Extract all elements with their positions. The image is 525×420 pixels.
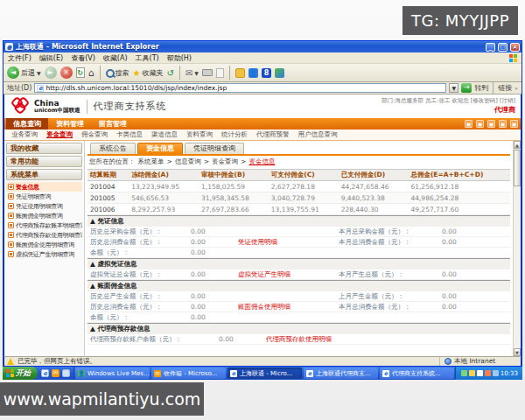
scroll-up-icon[interactable]: ▲ [514,141,521,149]
sidebar-item-funds-info[interactable]: 资金信息 [6,182,82,192]
msn-icon[interactable] [275,68,284,78]
address-input[interactable]: e http://dls.sh.unicom.local:15010/dls/j… [34,83,446,93]
taskbar-window-shanghai-unicom[interactable]: e 上海联通 - Micro... [228,368,302,379]
nav-tool-icon-1[interactable]: ▣ [465,120,472,128]
vertical-scrollbar[interactable]: ▲ ▼ [513,141,521,356]
messenger-icon[interactable]: 👤 [248,68,258,78]
breadcrumb-item[interactable]: 系统菜单 [138,158,164,166]
sidebar-item-book-commission[interactable]: 账面佣金明细查询 [6,211,82,220]
section-title[interactable]: ▲ 虚拟凭证信息 [88,259,510,270]
edit-button[interactable] [216,68,224,78]
taskbar-window-agent-system[interactable]: e 代理商支持系统... [380,368,454,379]
back-dropdown-icon[interactable]: ▼ [37,70,41,76]
sidebar-section-menu[interactable]: 系统菜单 [6,169,82,180]
go-arrow-icon[interactable]: → [461,83,472,93]
subnav-item-5[interactable]: 渠道信息 [151,130,178,139]
tab-system-notice[interactable]: 系统公告 [90,143,136,154]
book-usage-link[interactable]: 账面佣金使用明细 [238,303,339,312]
virtual-voucher-link[interactable]: 虚拟凭证产生明细 [238,270,339,279]
subnav-item-4[interactable]: 卡类信息 [116,130,143,139]
print-button[interactable] [202,69,213,76]
cell-value: 3,040,728.79 [269,192,339,204]
close-button[interactable]: × [510,43,520,52]
tray-icon-1[interactable] [461,370,467,376]
scroll-down-icon[interactable]: ▼ [514,348,521,356]
minimize-button[interactable]: _ [486,43,495,52]
nav-message-manage[interactable]: 留言管理 [92,118,134,130]
taskbar-window-agent-portal[interactable]: e 上海联通代理商支... [304,368,378,379]
subnav-item-2[interactable]: 资金查询 [46,130,73,139]
unicom-logo: China unicom中国联通 [10,97,80,116]
subnav-item-9[interactable]: 用户信息查询 [298,130,338,139]
subnav-item-7[interactable]: 统计分析 [221,130,248,139]
zone-label: 本地 Intranet [454,357,495,366]
history-button[interactable]: ↺ [167,68,174,78]
stop-button[interactable]: × [60,66,73,79]
folder-icon[interactable] [235,68,245,78]
menu-item-icon [8,203,14,209]
nav-data-manage[interactable]: 资料管理 [49,118,91,130]
menu-file[interactable]: 文件(F) [8,53,32,63]
voucher-usage-link[interactable]: 凭证使用明细 [238,238,339,247]
warning-icon [7,358,14,365]
sidebar-item-voucher-usage[interactable]: 凭证使用明细查询 [6,201,82,211]
scroll-thumb[interactable] [514,150,521,186]
tab-voucher-detail[interactable]: 凭证明细查询 [185,143,244,154]
bluetooth-icon[interactable]: 8 [262,68,271,78]
section-title[interactable]: ▲ 代理商预存款信息 [88,324,510,334]
home-button[interactable]: ⌂ [88,67,94,79]
nav-tool-icon-3[interactable]: ▣ [487,120,495,128]
links-label[interactable]: 链接 [498,83,512,93]
menu-favorites[interactable]: 收藏(A) [103,53,128,63]
back-icon: ◄ [7,66,19,79]
section-title[interactable]: ▲ 凭证信息 [88,216,510,227]
sidebar-section-common[interactable]: 常用功能 [6,156,82,167]
nav-tool-icon-2[interactable]: ▣ [476,120,484,128]
sidebar-item-voucher-detail[interactable]: 凭证明细查询 [6,192,82,201]
nav-tool-icon-5[interactable]: ▣ [510,120,518,128]
quicklaunch-ie-icon[interactable]: e [41,369,49,377]
links-chevron-icon[interactable]: » [514,85,518,91]
address-dropdown-icon[interactable]: ▼ [449,83,458,93]
menu-view[interactable]: 查看(V) [71,53,95,63]
favorites-button[interactable]: ★ 收藏夹 [133,68,164,78]
sidebar-item-book-usage[interactable]: 账面佣金使用明细查询 [6,240,82,249]
mail-button[interactable]: ✉ ▼ [186,68,199,78]
mail-dropdown-icon[interactable]: ▼ [194,70,199,76]
subnav-item-1[interactable]: 业务查询 [11,130,38,139]
back-button[interactable]: ◄ 后退 ▼ [7,66,41,79]
forward-button[interactable]: ► [45,66,57,79]
subnav-item-3[interactable]: 佣金查询 [81,130,108,139]
tray-icon-5[interactable] [493,370,499,376]
sidebar-item-prepay-usage[interactable]: 代理商预存款使用明细查询 [6,230,82,240]
nav-tool-icon-4[interactable]: ▣ [499,120,507,128]
user-info[interactable]: 部门:海总服务部 员工:张工 欢迎您 [修改密码] [注销] [382,97,515,106]
quicklaunch-mail-icon[interactable]: ✉ [52,369,60,377]
sidebar-section-favorites[interactable]: 我的收藏 [6,143,82,154]
tray-icon-2[interactable] [469,370,475,376]
quicklaunch-desktop-icon[interactable] [62,369,70,377]
go-label[interactable]: 转到 [474,83,488,93]
breadcrumb-item[interactable]: 资金查询 [212,158,238,166]
prepay-usage-link[interactable]: 代理商预存款使用明细 [266,335,510,344]
taskbar-window-inbox[interactable]: ✉ 收件箱 - Microso... [151,368,226,379]
tray-icon-4[interactable] [485,370,491,376]
search-button[interactable]: 搜索 [106,68,130,78]
menu-edit[interactable]: 编辑(E) [39,53,63,63]
tray-icon-3[interactable] [477,370,483,376]
sidebar-item-virtual-voucher[interactable]: 虚拟凭证产生明细查询 [6,249,82,259]
subnav-item-6[interactable]: 资料查询 [186,130,213,139]
subnav-item-8[interactable]: 代理商预警 [256,130,290,139]
menu-tools[interactable]: 工具(T) [136,53,159,63]
sidebar-item-prepay-account[interactable]: 代理商预存款账本明细查询 [6,220,82,230]
tab-funds-info[interactable]: 资金信息 [137,143,183,154]
taskbar-window-live-messenger[interactable]: 👤 Windows Live Mes... [75,368,150,379]
start-button[interactable]: 开始 [3,367,38,380]
section-title[interactable]: ▲ 账面佣金信息 [88,281,510,291]
menu-help[interactable]: 帮助(H) [167,53,192,63]
field-value: 0.00 [191,228,238,235]
maximize-button[interactable]: □ [498,43,508,52]
nav-info-query[interactable]: 信息查询 [6,118,48,130]
breadcrumb-item[interactable]: 信息查询 [175,158,201,166]
refresh-button[interactable]: ↻ [76,67,85,78]
